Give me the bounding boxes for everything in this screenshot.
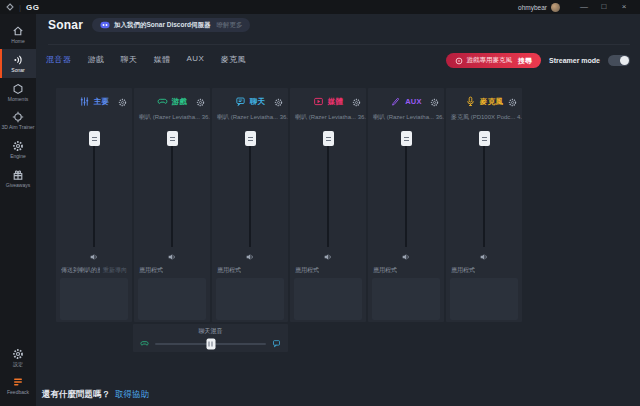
channel-settings-gear-icon[interactable]: [508, 98, 517, 107]
chat-mix-slider[interactable]: [155, 343, 266, 345]
volume-fader[interactable]: [134, 131, 210, 262]
chat-mix-panel: 聊天混音: [133, 324, 288, 352]
tab-bar: 混音器 游戲 聊天 媒體 AUX 麥克風: [46, 54, 246, 65]
tab-mixer[interactable]: 混音器: [46, 54, 72, 65]
fader-handle[interactable]: [245, 131, 256, 146]
gamepad-icon: [140, 339, 149, 348]
gamepad-icon: [157, 96, 168, 107]
tab-chat[interactable]: 聊天: [121, 54, 138, 65]
channel-device: 喇叭 (Razer Leviatha... 36...: [290, 113, 366, 124]
promo-cta: 搜尋: [518, 56, 532, 66]
faders-icon: [79, 96, 90, 107]
titlebar: | GG ohmybear — □ ×: [0, 0, 640, 14]
fader-track: [327, 146, 329, 247]
streamer-mode-toggle[interactable]: [608, 55, 630, 66]
chat-bubble-icon: [235, 96, 246, 107]
discord-promo-badge[interactable]: 加入我們的Sonar Discord伺服器 瞭解更多: [92, 18, 250, 32]
minimize-button[interactable]: —: [574, 0, 594, 14]
mute-speaker-icon[interactable]: [167, 252, 177, 262]
sidebar: Home Sonar Moments 3D Aim Trainer Engine: [0, 14, 36, 406]
avatar[interactable]: [551, 3, 560, 12]
channel-device: 喇叭 (Razer Leviatha... 36...: [134, 113, 210, 124]
close-button[interactable]: ×: [614, 0, 634, 14]
sidebar-item-3d-aim-trainer[interactable]: 3D Aim Trainer: [0, 106, 36, 135]
mute-speaker-icon[interactable]: [323, 252, 333, 262]
volume-fader[interactable]: [56, 131, 132, 262]
header-divider: [48, 44, 630, 45]
media-play-icon: [313, 96, 324, 107]
fader-handle[interactable]: [167, 131, 178, 146]
channel-label: 媒體: [328, 97, 344, 107]
maximize-button[interactable]: □: [594, 0, 614, 14]
page-title: Sonar: [48, 18, 83, 32]
username[interactable]: ohmybear: [518, 4, 547, 11]
sidebar-item-moments[interactable]: Moments: [0, 78, 36, 107]
channel-settings-gear-icon[interactable]: [118, 98, 127, 107]
fader-handle[interactable]: [479, 131, 490, 146]
sidebar-item-engine[interactable]: Engine: [0, 135, 36, 164]
channel-label: AUX: [405, 97, 422, 106]
channel-label: 游戲: [172, 97, 188, 107]
engine-gear-icon: [12, 140, 24, 152]
gg-app-window: | GG ohmybear — □ × Home Sonar Moments: [0, 0, 640, 406]
channel-chat: 聊天 喇叭 (Razer Leviatha... 36... 應用程式: [212, 88, 288, 322]
volume-fader[interactable]: [446, 131, 522, 262]
sidebar-item-home[interactable]: Home: [0, 20, 36, 49]
apps-list-area: [60, 278, 128, 320]
steelseries-logo-icon: [6, 3, 14, 11]
apps-list-area: [138, 278, 206, 320]
help-question-text: 還有什麼問題嗎？: [42, 389, 110, 401]
mic-promo-button[interactable]: 遊戲專用麥克風 搜尋: [446, 53, 542, 68]
volume-fader[interactable]: [290, 131, 366, 262]
channel-device: 喇叭 (Razer Leviatha... 36...: [212, 113, 288, 124]
apps-label: 應用程式: [451, 266, 475, 275]
discord-badge-text: 加入我們的Sonar Discord伺服器: [114, 21, 210, 30]
chat-mix-handle[interactable]: [206, 338, 215, 349]
mixer-panel: 主要 傳送到喇叭的應用程式 重新導向: [56, 88, 522, 322]
sidebar-item-sonar[interactable]: Sonar: [0, 49, 36, 78]
channel-aux: AUX 喇叭 (Razer Leviatha... 36... 應用程式: [368, 88, 444, 322]
chat-mix-label: 聊天混音: [133, 324, 288, 336]
mute-speaker-icon[interactable]: [245, 252, 255, 262]
discord-badge-link[interactable]: 瞭解更多: [216, 21, 242, 30]
fader-handle[interactable]: [323, 131, 334, 146]
feedback-icon: [12, 376, 24, 388]
channel-media: 媒體 喇叭 (Razer Leviatha... 36... 應用程式: [290, 88, 366, 322]
tab-media[interactable]: 媒體: [154, 54, 171, 65]
apps-label: 應用程式: [217, 266, 241, 275]
tab-game[interactable]: 游戲: [88, 54, 105, 65]
channel-settings-gear-icon[interactable]: [274, 98, 283, 107]
channel-main: 主要 傳送到喇叭的應用程式 重新導向: [56, 88, 132, 322]
volume-fader[interactable]: [212, 131, 288, 262]
sidebar-item-feedback[interactable]: Feedback: [0, 371, 36, 400]
channel-label: 主要: [94, 97, 110, 107]
mute-speaker-icon[interactable]: [401, 252, 411, 262]
channel-settings-gear-icon[interactable]: [196, 98, 205, 107]
fader-handle[interactable]: [401, 131, 412, 146]
aux-pen-icon: [390, 96, 401, 107]
apps-routed-label: 傳送到喇叭的應用程式: [61, 266, 100, 275]
apps-label: 應用程式: [295, 266, 319, 275]
sidebar-item-giveaways[interactable]: Giveaways: [0, 164, 36, 193]
channel-settings-gear-icon[interactable]: [430, 98, 439, 107]
microphone-icon: [465, 96, 476, 107]
promo-target-icon: [455, 57, 463, 65]
tab-aux[interactable]: AUX: [187, 54, 205, 65]
channel-settings-gear-icon[interactable]: [352, 98, 361, 107]
reroute-link[interactable]: 重新導向: [103, 266, 127, 275]
volume-fader[interactable]: [368, 131, 444, 262]
discord-icon: [100, 21, 110, 29]
sidebar-item-settings[interactable]: 設定: [0, 343, 36, 372]
app-logo-text: GG: [26, 3, 39, 12]
channel-game: 游戲 喇叭 (Razer Leviatha... 36... 應用程式: [134, 88, 210, 322]
tab-mic[interactable]: 麥克風: [220, 54, 246, 65]
fader-track: [405, 146, 407, 247]
moments-icon: [12, 83, 24, 95]
gift-icon: [12, 169, 24, 181]
mute-speaker-icon[interactable]: [479, 252, 489, 262]
fader-handle[interactable]: [89, 131, 100, 146]
get-help-link[interactable]: 取得協助: [115, 389, 149, 401]
toggle-knob: [620, 56, 629, 65]
channel-device: [56, 113, 132, 124]
mute-speaker-icon[interactable]: [89, 252, 99, 262]
